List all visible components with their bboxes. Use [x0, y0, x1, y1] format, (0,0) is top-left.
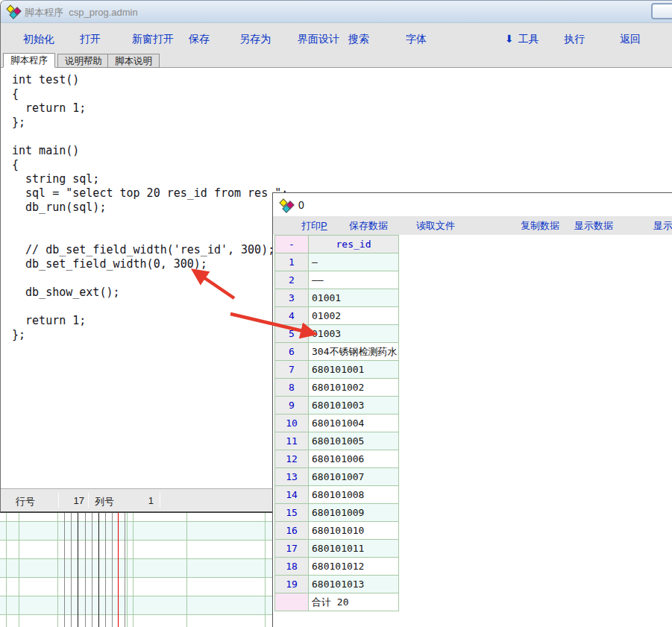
ui-design-button[interactable]: 界面设计 — [298, 33, 339, 46]
res-id-cell[interactable]: 680101005 — [309, 432, 399, 450]
result-toolbar: 打印P保存数据读取文件复制数据显示数据显示 — [273, 216, 672, 235]
grid-line — [6, 513, 7, 627]
result-grid-window: 0 打印P保存数据读取文件复制数据显示数据显示 - res_id 1—2——30… — [272, 192, 672, 627]
row-number-cell[interactable]: 14 — [275, 486, 309, 504]
tab-script-description[interactable]: 脚本说明 — [107, 54, 160, 68]
row-number-cell[interactable]: 18 — [275, 558, 309, 576]
row-number-cell[interactable]: 7 — [275, 361, 309, 379]
table-row: 17680101011 — [275, 540, 399, 558]
save-button[interactable]: 保存 — [189, 33, 210, 46]
res-id-cell[interactable]: 01001 — [309, 289, 399, 307]
table-header-row: - res_id — [275, 236, 399, 253]
toolbar: 脚本程序 说明帮助 脚本说明 初始化打开新窗打开保存另存为界面设计搜索字体⬇工具… — [1, 23, 672, 68]
grid-line — [85, 513, 86, 627]
line-number-value: 17 — [45, 495, 84, 506]
column-number-label: 列号 — [95, 495, 114, 508]
tools-button[interactable]: ⬇工具 — [505, 33, 539, 46]
row-number-cell[interactable]: 4 — [275, 307, 309, 325]
res-id-cell[interactable]: 680101004 — [309, 415, 399, 432]
title-bar[interactable]: 脚本程序 csp_prog.admin — [1, 1, 672, 23]
res-id-cell[interactable]: 680101011 — [309, 540, 399, 558]
row-number-cell[interactable]: 1 — [275, 253, 309, 271]
tab-help[interactable]: 说明帮助 — [57, 54, 110, 68]
res-id-column-header[interactable]: res_id — [309, 236, 399, 253]
row-number-cell[interactable]: 17 — [275, 540, 309, 558]
res-id-cell[interactable]: 680101002 — [309, 379, 399, 397]
show-more-button[interactable]: 显示 — [653, 219, 672, 233]
window-title: 脚本程序 csp_prog.admin — [25, 6, 138, 19]
result-title-bar[interactable]: 0 — [273, 193, 672, 216]
table-row: 19680101013 — [275, 576, 399, 593]
grid-line — [19, 513, 19, 627]
row-number-cell[interactable]: 12 — [275, 450, 309, 468]
row-number-cell[interactable]: 10 — [275, 415, 309, 432]
table-row: 10680101004 — [275, 415, 399, 432]
table-row: 16680101010 — [275, 522, 399, 540]
table-row: 14680101008 — [275, 486, 399, 504]
row-number-cell[interactable]: 19 — [275, 576, 309, 593]
row-number-cell[interactable]: 11 — [275, 432, 309, 450]
res-id-cell[interactable]: 680101010 — [309, 522, 399, 540]
tab-script-program[interactable]: 脚本程序 — [3, 53, 55, 68]
font-button[interactable]: 字体 — [406, 33, 427, 46]
res-id-cell[interactable]: 680101012 — [309, 558, 399, 576]
res-id-cell[interactable]: 304不锈钢检测药水 — [309, 343, 399, 361]
grid-line — [112, 513, 113, 627]
table-row: 2—— — [275, 271, 399, 289]
grid-line — [64, 513, 65, 627]
res-id-cell[interactable]: 680101001 — [309, 361, 399, 379]
row-number-cell[interactable]: 13 — [275, 468, 309, 486]
table-row: 12680101006 — [275, 450, 399, 468]
grid-line — [105, 513, 106, 627]
table-row: 501003 — [275, 325, 399, 343]
execute-button[interactable]: 执行 — [564, 33, 585, 46]
table-row: 7680101001 — [275, 361, 399, 379]
row-number-cell[interactable]: 3 — [275, 289, 309, 307]
table-row: 9680101003 — [275, 397, 399, 415]
row-number-cell[interactable]: 15 — [275, 504, 309, 522]
table-row: 8680101002 — [275, 379, 399, 397]
row-number-header[interactable]: - — [275, 236, 309, 253]
res-id-cell[interactable]: 680101003 — [309, 397, 399, 415]
copy-data-button[interactable]: 复制数据 — [521, 219, 559, 233]
row-number-cell[interactable]: 2 — [275, 271, 309, 289]
save-data-button[interactable]: 保存数据 — [349, 219, 388, 233]
grid-line — [71, 513, 72, 627]
res-id-cell[interactable]: 680101008 — [309, 486, 399, 504]
init-button[interactable]: 初始化 — [23, 33, 54, 46]
window-control-button[interactable] — [651, 3, 672, 19]
dropdown-arrow-icon: ⬇ — [505, 33, 514, 45]
grid-line — [133, 513, 134, 627]
table-row: 13680101007 — [275, 468, 399, 486]
res-id-cell[interactable]: 680101009 — [309, 504, 399, 522]
table-row: 301001 — [275, 289, 399, 307]
save-as-button[interactable]: 另存为 — [239, 33, 271, 46]
grid-line — [118, 513, 119, 627]
return-button[interactable]: 返回 — [620, 33, 641, 46]
res-id-cell[interactable]: 680101013 — [309, 576, 399, 593]
res-id-cell[interactable]: 01003 — [309, 325, 399, 343]
row-number-cell[interactable]: 16 — [275, 522, 309, 540]
grid-line — [265, 513, 266, 627]
res-id-cell[interactable]: 680101007 — [309, 468, 399, 486]
grid-line — [57, 513, 58, 627]
status-separator — [88, 493, 89, 508]
row-number-cell[interactable]: 5 — [275, 325, 309, 343]
result-table: - res_id 1—2——3010014010025010036304不锈钢检… — [274, 235, 399, 611]
table-row: 15680101009 — [275, 504, 399, 522]
res-id-cell[interactable]: 680101006 — [309, 450, 399, 468]
open-button[interactable]: 打开 — [80, 33, 101, 46]
row-number-cell[interactable]: 6 — [275, 343, 309, 361]
res-id-cell[interactable]: —— — [309, 271, 399, 289]
open-new-window-button[interactable]: 新窗打开 — [132, 33, 174, 46]
grid-line — [186, 513, 187, 627]
print-button[interactable]: 打印P — [301, 219, 327, 233]
app-diamonds-icon — [280, 199, 294, 212]
res-id-cell[interactable]: — — [309, 253, 399, 271]
read-file-button[interactable]: 读取文件 — [416, 219, 455, 233]
search-button[interactable]: 搜索 — [348, 33, 369, 46]
row-number-cell[interactable]: 9 — [275, 397, 309, 415]
row-number-cell[interactable]: 8 — [275, 379, 309, 397]
res-id-cell[interactable]: 01002 — [309, 307, 399, 325]
show-data-button[interactable]: 显示数据 — [574, 219, 613, 233]
